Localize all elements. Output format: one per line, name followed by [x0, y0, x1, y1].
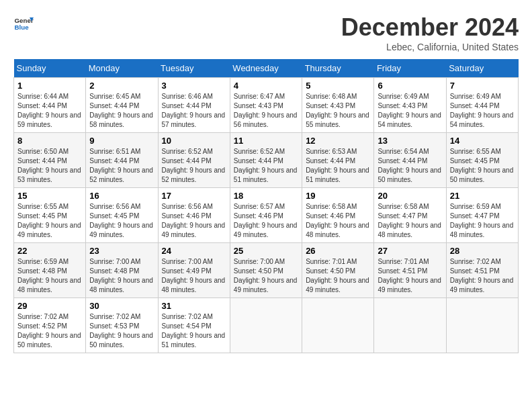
- calendar-cell: 6Sunrise: 6:49 AMSunset: 4:43 PMDaylight…: [374, 78, 446, 133]
- calendar-cell: [302, 298, 374, 353]
- day-info: Sunrise: 7:01 AMSunset: 4:50 PMDaylight:…: [306, 257, 370, 295]
- day-number: 17: [162, 191, 226, 201]
- day-info: Sunrise: 7:00 AMSunset: 4:49 PMDaylight:…: [162, 257, 226, 295]
- day-info: Sunrise: 6:59 AMSunset: 4:47 PMDaylight:…: [450, 202, 515, 240]
- day-number: 6: [378, 81, 442, 91]
- calendar-cell: 11Sunrise: 6:52 AMSunset: 4:44 PMDayligh…: [230, 133, 302, 188]
- day-info: Sunrise: 7:00 AMSunset: 4:48 PMDaylight:…: [89, 257, 154, 295]
- weekday-header: Tuesday: [158, 59, 230, 78]
- day-info: Sunrise: 7:01 AMSunset: 4:51 PMDaylight:…: [378, 257, 442, 295]
- calendar-cell: 31Sunrise: 7:02 AMSunset: 4:54 PMDayligh…: [158, 298, 230, 353]
- day-number: 16: [89, 191, 154, 201]
- day-number: 31: [162, 301, 226, 311]
- calendar-header-row: SundayMondayTuesdayWednesdayThursdayFrid…: [14, 59, 519, 78]
- calendar-cell: [446, 298, 518, 353]
- day-number: 14: [450, 136, 515, 146]
- day-number: 29: [17, 301, 82, 311]
- day-number: 2: [89, 81, 154, 91]
- calendar-cell: 13Sunrise: 6:54 AMSunset: 4:44 PMDayligh…: [374, 133, 446, 188]
- day-number: 11: [234, 136, 298, 146]
- day-number: 27: [378, 246, 442, 256]
- calendar-cell: 17Sunrise: 6:56 AMSunset: 4:46 PMDayligh…: [158, 188, 230, 243]
- weekday-header: Saturday: [446, 59, 518, 78]
- day-info: Sunrise: 6:51 AMSunset: 4:44 PMDaylight:…: [89, 147, 154, 185]
- calendar-week-row: 15Sunrise: 6:55 AMSunset: 4:45 PMDayligh…: [14, 188, 519, 243]
- day-number: 12: [306, 136, 370, 146]
- calendar-cell: 27Sunrise: 7:01 AMSunset: 4:51 PMDayligh…: [374, 243, 446, 298]
- day-info: Sunrise: 7:00 AMSunset: 4:50 PMDaylight:…: [234, 257, 298, 295]
- day-number: 7: [450, 81, 515, 91]
- day-info: Sunrise: 6:54 AMSunset: 4:44 PMDaylight:…: [378, 147, 442, 185]
- calendar-cell: 5Sunrise: 6:48 AMSunset: 4:43 PMDaylight…: [302, 78, 374, 133]
- day-number: 8: [17, 136, 82, 146]
- day-info: Sunrise: 7:02 AMSunset: 4:54 PMDaylight:…: [162, 312, 226, 350]
- logo-icon: General Blue: [13, 13, 34, 34]
- day-info: Sunrise: 6:55 AMSunset: 4:45 PMDaylight:…: [450, 147, 515, 185]
- weekday-header: Monday: [86, 59, 158, 78]
- day-number: 26: [306, 246, 370, 256]
- day-info: Sunrise: 6:49 AMSunset: 4:44 PMDaylight:…: [450, 92, 515, 130]
- calendar-cell: 21Sunrise: 6:59 AMSunset: 4:47 PMDayligh…: [446, 188, 518, 243]
- day-info: Sunrise: 6:58 AMSunset: 4:46 PMDaylight:…: [306, 202, 370, 240]
- day-info: Sunrise: 7:02 AMSunset: 4:53 PMDaylight:…: [89, 312, 154, 350]
- calendar-cell: 1Sunrise: 6:44 AMSunset: 4:44 PMDaylight…: [14, 78, 86, 133]
- calendar-cell: 20Sunrise: 6:58 AMSunset: 4:47 PMDayligh…: [374, 188, 446, 243]
- calendar-cell: 4Sunrise: 6:47 AMSunset: 4:43 PMDaylight…: [230, 78, 302, 133]
- calendar-cell: 10Sunrise: 6:52 AMSunset: 4:44 PMDayligh…: [158, 133, 230, 188]
- day-info: Sunrise: 6:55 AMSunset: 4:45 PMDaylight:…: [17, 202, 82, 240]
- calendar-week-row: 29Sunrise: 7:02 AMSunset: 4:52 PMDayligh…: [14, 298, 519, 353]
- calendar-cell: 3Sunrise: 6:46 AMSunset: 4:44 PMDaylight…: [158, 78, 230, 133]
- weekday-header: Wednesday: [230, 59, 302, 78]
- day-number: 21: [450, 191, 515, 201]
- day-number: 23: [89, 246, 154, 256]
- day-info: Sunrise: 6:45 AMSunset: 4:44 PMDaylight:…: [89, 92, 154, 130]
- day-number: 3: [162, 81, 226, 91]
- day-number: 18: [234, 191, 298, 201]
- day-number: 20: [378, 191, 442, 201]
- calendar-cell: 30Sunrise: 7:02 AMSunset: 4:53 PMDayligh…: [86, 298, 158, 353]
- calendar-cell: 15Sunrise: 6:55 AMSunset: 4:45 PMDayligh…: [14, 188, 86, 243]
- day-number: 24: [162, 246, 226, 256]
- day-number: 25: [234, 246, 298, 256]
- calendar-cell: 23Sunrise: 7:00 AMSunset: 4:48 PMDayligh…: [86, 243, 158, 298]
- day-info: Sunrise: 7:02 AMSunset: 4:52 PMDaylight:…: [17, 312, 82, 350]
- calendar-week-row: 22Sunrise: 6:59 AMSunset: 4:48 PMDayligh…: [14, 243, 519, 298]
- day-info: Sunrise: 6:52 AMSunset: 4:44 PMDaylight:…: [234, 147, 298, 185]
- day-info: Sunrise: 6:47 AMSunset: 4:43 PMDaylight:…: [234, 92, 298, 130]
- day-number: 15: [17, 191, 82, 201]
- calendar-cell: 26Sunrise: 7:01 AMSunset: 4:50 PMDayligh…: [302, 243, 374, 298]
- day-number: 19: [306, 191, 370, 201]
- calendar-cell: 29Sunrise: 7:02 AMSunset: 4:52 PMDayligh…: [14, 298, 86, 353]
- day-info: Sunrise: 6:58 AMSunset: 4:47 PMDaylight:…: [378, 202, 442, 240]
- location-title: Lebec, California, United States: [341, 42, 519, 52]
- day-info: Sunrise: 6:44 AMSunset: 4:44 PMDaylight:…: [17, 92, 82, 130]
- day-number: 4: [234, 81, 298, 91]
- weekday-header: Friday: [374, 59, 446, 78]
- day-info: Sunrise: 6:50 AMSunset: 4:44 PMDaylight:…: [17, 147, 82, 185]
- calendar-cell: [230, 298, 302, 353]
- calendar-week-row: 1Sunrise: 6:44 AMSunset: 4:44 PMDaylight…: [14, 78, 519, 133]
- day-number: 30: [89, 301, 154, 311]
- day-info: Sunrise: 6:46 AMSunset: 4:44 PMDaylight:…: [162, 92, 226, 130]
- month-title: December 2024: [341, 13, 519, 42]
- day-info: Sunrise: 6:59 AMSunset: 4:48 PMDaylight:…: [17, 257, 82, 295]
- day-info: Sunrise: 7:02 AMSunset: 4:51 PMDaylight:…: [450, 257, 515, 295]
- day-info: Sunrise: 6:56 AMSunset: 4:46 PMDaylight:…: [162, 202, 226, 240]
- calendar-cell: 16Sunrise: 6:56 AMSunset: 4:45 PMDayligh…: [86, 188, 158, 243]
- day-number: 5: [306, 81, 370, 91]
- calendar-table: SundayMondayTuesdayWednesdayThursdayFrid…: [13, 59, 519, 353]
- day-info: Sunrise: 6:57 AMSunset: 4:46 PMDaylight:…: [234, 202, 298, 240]
- logo: General Blue: [13, 13, 34, 34]
- day-number: 22: [17, 246, 82, 256]
- page-header: General Blue December 2024 Lebec, Califo…: [13, 13, 519, 52]
- weekday-header: Sunday: [14, 59, 86, 78]
- day-number: 13: [378, 136, 442, 146]
- calendar-cell: 7Sunrise: 6:49 AMSunset: 4:44 PMDaylight…: [446, 78, 518, 133]
- day-number: 1: [17, 81, 82, 91]
- calendar-cell: 22Sunrise: 6:59 AMSunset: 4:48 PMDayligh…: [14, 243, 86, 298]
- day-number: 28: [450, 246, 515, 256]
- day-info: Sunrise: 6:49 AMSunset: 4:43 PMDaylight:…: [378, 92, 442, 130]
- calendar-cell: 18Sunrise: 6:57 AMSunset: 4:46 PMDayligh…: [230, 188, 302, 243]
- calendar-cell: 12Sunrise: 6:53 AMSunset: 4:44 PMDayligh…: [302, 133, 374, 188]
- day-info: Sunrise: 6:48 AMSunset: 4:43 PMDaylight:…: [306, 92, 370, 130]
